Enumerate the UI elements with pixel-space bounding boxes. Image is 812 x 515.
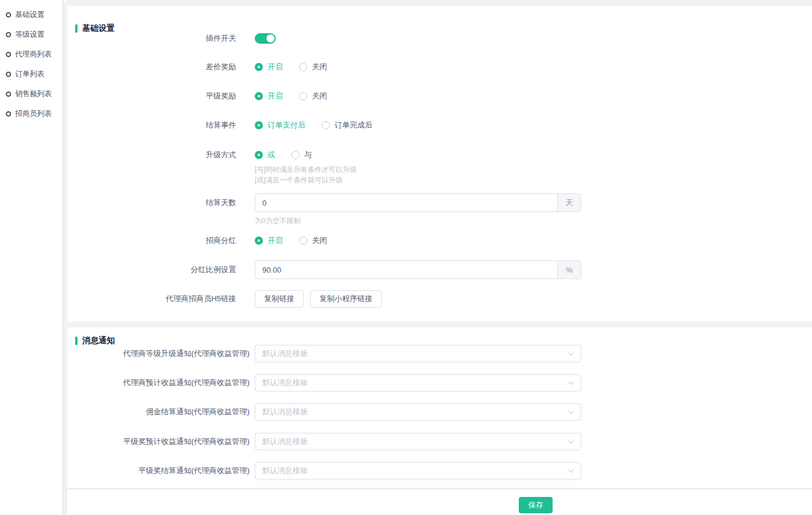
- select-placeholder: 默认消息模板: [262, 436, 308, 447]
- corner-decoration: [64, 0, 69, 5]
- radio-label: 开启: [268, 62, 283, 72]
- radio-option-level-reward-on[interactable]: 开启: [255, 91, 283, 101]
- plugin-switch-toggle[interactable]: [255, 33, 276, 44]
- sidebar-item-label: 等级设置: [15, 30, 44, 40]
- upgrade-mode-hint-and: [与]同时满足所有条件才可以升级: [255, 164, 357, 175]
- notify-row-label: 佣金结算通知(代理商收益管理): [67, 407, 249, 417]
- main-content: 基础设置 插件开关 差价奖励 开启 关闭: [67, 0, 812, 515]
- select-placeholder: 默认消息模板: [262, 348, 308, 359]
- radio-on-icon: [255, 63, 263, 71]
- select-placeholder: 默认消息模板: [262, 407, 308, 417]
- settle-days-hint: 为0为空不限制: [255, 216, 301, 226]
- upgrade-mode-label: 升级方式: [67, 150, 236, 160]
- notify-template-select-level-upgrade[interactable]: 默认消息模板: [255, 345, 581, 362]
- radio-label: 关闭: [312, 91, 327, 101]
- notify-template-select-expected-income[interactable]: 默认消息模板: [255, 374, 581, 391]
- radio-option-level-reward-off[interactable]: 关闭: [299, 91, 327, 101]
- radio-off-icon: [299, 63, 307, 71]
- notify-template-select-level-reward-expected[interactable]: 默认消息模板: [255, 433, 581, 450]
- radio-on-icon: [255, 237, 263, 245]
- radio-option-upgrade-or[interactable]: 或: [255, 150, 275, 160]
- copy-miniprogram-link-button[interactable]: 复制小程序链接: [310, 290, 382, 308]
- message-notify-card: 消息通知 代理商等级升级通知(代理商收益管理) 默认消息模板 代理商预计收益通知…: [67, 327, 812, 488]
- recruit-dividend-label: 招商分红: [67, 235, 236, 246]
- radio-option-upgrade-and[interactable]: 与: [291, 150, 312, 160]
- settle-event-label: 结算事件: [67, 120, 236, 130]
- notify-row-label: 平级奖结算通知(代理商收益管理): [67, 465, 249, 476]
- circle-icon: [6, 72, 11, 77]
- radio-on-icon: [255, 92, 263, 100]
- chevron-down-icon: [568, 467, 574, 473]
- save-bar: 保存: [67, 489, 812, 515]
- dividend-ratio-input-group: %: [255, 260, 581, 279]
- sidebar-item-basic-settings[interactable]: 基础设置: [0, 5, 62, 24]
- h5-link-label: 代理商招商员H5链接: [67, 294, 236, 304]
- radio-on-icon: [255, 121, 263, 129]
- circle-icon: [6, 111, 11, 117]
- notify-row-label: 代理商预计收益通知(代理商收益管理): [67, 378, 249, 388]
- settle-days-input-group: 天: [255, 193, 581, 212]
- circle-icon: [6, 32, 11, 37]
- price-reward-label: 差价奖励: [67, 62, 236, 72]
- radio-off-icon: [299, 237, 307, 245]
- radio-off-icon: [299, 92, 307, 100]
- radio-label: 订单完成后: [335, 120, 372, 130]
- notify-template-select-level-reward-settle[interactable]: 默认消息模板: [255, 462, 581, 479]
- radio-option-recruit-dividend-off[interactable]: 关闭: [299, 235, 327, 246]
- radio-off-icon: [322, 121, 330, 129]
- notify-template-select-commission-settle[interactable]: 默认消息模板: [255, 403, 581, 421]
- radio-option-recruit-dividend-on[interactable]: 开启: [255, 235, 283, 246]
- settle-days-unit: 天: [557, 194, 581, 211]
- notify-row-label: 平级奖预计收益通知(代理商收益管理): [67, 436, 249, 447]
- radio-label: 与: [304, 150, 312, 160]
- chevron-down-icon: [568, 350, 574, 356]
- radio-option-price-reward-on[interactable]: 开启: [255, 62, 283, 72]
- sidebar-item-label: 销售额列表: [15, 89, 52, 99]
- settle-days-input[interactable]: [255, 194, 557, 211]
- sidebar-item-level-settings[interactable]: 等级设置: [0, 24, 62, 44]
- chevron-down-icon: [568, 438, 574, 444]
- level-reward-label: 平级奖励: [67, 91, 236, 101]
- radio-label: 开启: [268, 91, 283, 101]
- circle-icon: [6, 12, 11, 17]
- radio-label: 关闭: [312, 235, 327, 246]
- select-placeholder: 默认消息模板: [262, 378, 308, 388]
- notify-row-label: 代理商等级升级通知(代理商收益管理): [67, 348, 249, 359]
- circle-icon: [6, 91, 11, 97]
- chevron-down-icon: [568, 408, 574, 414]
- sidebar-item-label: 招商员列表: [15, 109, 52, 119]
- circle-icon: [6, 52, 11, 57]
- sidebar: 基础设置 等级设置 代理商列表 订单列表 销售额列表 招商员列表: [0, 0, 63, 515]
- copy-link-button[interactable]: 复制链接: [255, 290, 304, 308]
- sidebar-item-label: 订单列表: [15, 69, 44, 79]
- chevron-down-icon: [568, 379, 574, 385]
- radio-on-icon: [255, 151, 263, 159]
- radio-label: 订单支付后: [268, 120, 305, 130]
- upgrade-mode-hint-or: [或]满足一个条件就可以升级: [255, 175, 343, 185]
- sidebar-item-recruiter-list[interactable]: 招商员列表: [0, 104, 62, 124]
- radio-label: 开启: [268, 235, 283, 246]
- plugin-switch-label: 插件开关: [67, 33, 236, 44]
- radio-label: 或: [268, 150, 275, 160]
- toggle-knob-icon: [266, 34, 275, 43]
- dividend-ratio-input[interactable]: [255, 261, 557, 278]
- settle-days-label: 结算天数: [67, 197, 236, 208]
- dividend-ratio-label: 分红比例设置: [67, 264, 236, 275]
- dividend-ratio-unit: %: [557, 261, 581, 278]
- select-placeholder: 默认消息模板: [262, 465, 308, 476]
- sidebar-item-agent-list[interactable]: 代理商列表: [0, 44, 62, 64]
- radio-option-settle-after-pay[interactable]: 订单支付后: [255, 120, 305, 130]
- sidebar-item-label: 基础设置: [15, 10, 44, 20]
- sidebar-item-order-list[interactable]: 订单列表: [0, 64, 62, 84]
- radio-option-price-reward-off[interactable]: 关闭: [299, 62, 327, 72]
- save-button[interactable]: 保存: [519, 497, 553, 513]
- sidebar-item-label: 代理商列表: [15, 50, 52, 59]
- radio-option-settle-after-complete[interactable]: 订单完成后: [322, 120, 372, 130]
- sidebar-item-sales-list[interactable]: 销售额列表: [0, 84, 62, 104]
- basic-settings-card: 基础设置 插件开关 差价奖励 开启 关闭: [67, 6, 812, 322]
- radio-off-icon: [291, 151, 300, 159]
- radio-label: 关闭: [312, 62, 327, 72]
